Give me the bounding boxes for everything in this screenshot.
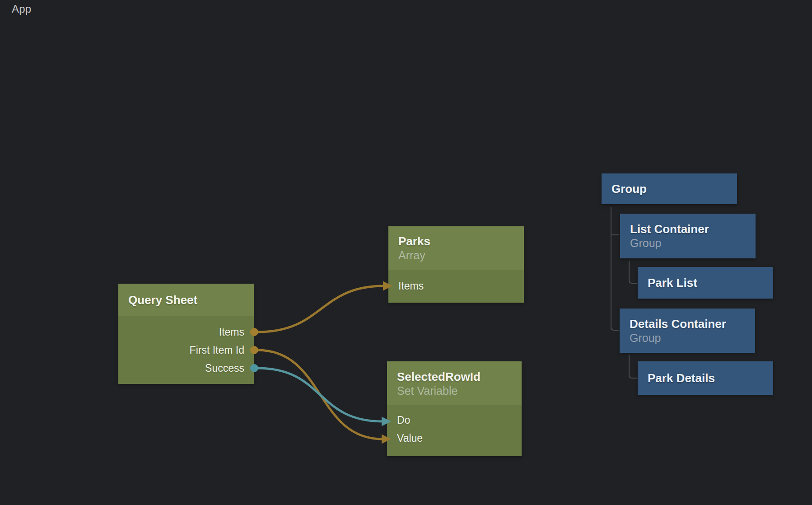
node-header[interactable]: Query Sheet [118, 284, 254, 316]
port-label: Value [397, 432, 423, 444]
input-port-do[interactable]: Do [387, 411, 522, 429]
output-port-items[interactable]: Items [118, 323, 254, 341]
input-port-value[interactable]: Value [387, 429, 522, 447]
node-body: Items First Item Id Success [118, 316, 254, 384]
tree-node-title: Group [611, 182, 737, 196]
flow-canvas[interactable]: App Query Sheet Items First Item Id Succ… [0, 0, 812, 505]
tree-node-details-container[interactable]: Details Container Group [620, 309, 755, 353]
output-port-first-item-id[interactable]: First Item Id [118, 341, 254, 359]
tree-connector-group-children [611, 207, 619, 330]
tree-node-park-list[interactable]: Park List [638, 267, 773, 299]
node-header[interactable]: SelectedRowId Set Variable [387, 361, 522, 405]
node-query-sheet[interactable]: Query Sheet Items First Item Id Success [118, 284, 254, 384]
wire-items-to-parks[interactable] [257, 286, 384, 332]
node-subtitle: Set Variable [397, 384, 522, 397]
node-selected-row-id[interactable]: SelectedRowId Set Variable Do Value [387, 361, 522, 456]
input-port-items[interactable]: Items [388, 277, 524, 295]
app-breadcrumb: App [12, 3, 31, 15]
port-label: First Item Id [190, 344, 244, 356]
node-body: Items [388, 270, 524, 303]
tree-node-title: Park Details [648, 371, 773, 385]
tree-node-subtitle: Group [630, 236, 756, 250]
output-port-success[interactable]: Success [118, 359, 254, 377]
node-subtitle: Array [398, 248, 524, 262]
tree-connector-list-container-child [629, 261, 637, 283]
node-title: Parks [398, 234, 524, 248]
tree-node-park-details[interactable]: Park Details [638, 361, 773, 395]
port-label: Success [205, 362, 244, 374]
node-parks[interactable]: Parks Array Items [388, 226, 524, 303]
port-label: Do [397, 414, 410, 426]
port-label: Items [219, 326, 244, 338]
node-header[interactable]: Parks Array [388, 226, 524, 270]
node-title: Query Sheet [128, 293, 254, 307]
tree-node-title: List Container [630, 222, 756, 236]
wire-success-to-do[interactable] [257, 368, 383, 421]
tree-node-title: Park List [648, 276, 773, 290]
tree-node-list-container[interactable]: List Container Group [620, 214, 756, 258]
tree-node-group[interactable]: Group [602, 173, 737, 204]
tree-connector-details-container-child [629, 355, 637, 378]
tree-node-title: Details Container [630, 317, 755, 331]
tree-node-subtitle: Group [630, 331, 755, 345]
port-label: Items [398, 280, 424, 292]
node-body: Do Value [387, 405, 522, 456]
node-title: SelectedRowId [397, 369, 522, 384]
